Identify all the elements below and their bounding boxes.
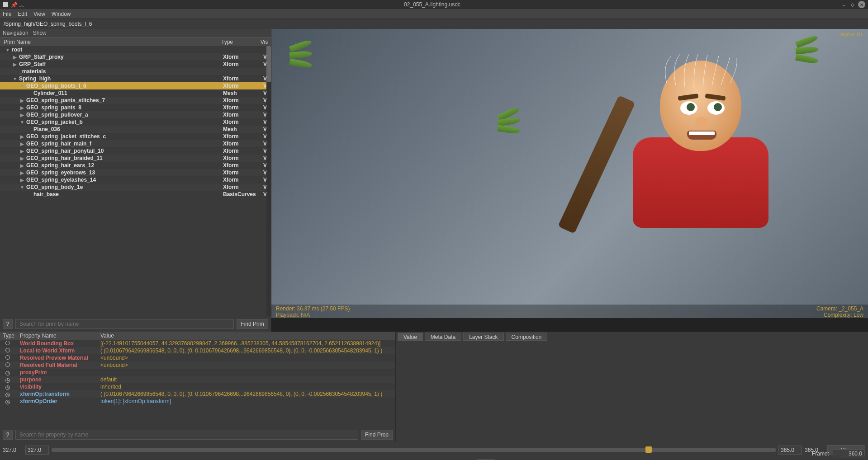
tree-row[interactable]: _materials [0, 68, 271, 75]
prop-row[interactable]: AxformOpOrdertoken[1]: [xformOp:transfor… [0, 398, 395, 405]
expand-arrow-icon[interactable]: ▶ [20, 105, 24, 110]
expand-arrow-icon[interactable]: ▶ [20, 134, 24, 139]
prim-type-label: Xform [223, 133, 259, 140]
col-type[interactable]: Type [221, 39, 257, 45]
prim-type-label: Mesh [223, 126, 259, 132]
prim-search-input[interactable] [15, 319, 234, 329]
prop-row[interactable]: Resolved Preview Material<unbound> [0, 354, 395, 361]
prop-value-label: default [99, 376, 395, 383]
tree-row[interactable]: ▶GEO_spring_hair_braided_11XformV [0, 155, 271, 162]
tree-scrollbar[interactable] [266, 46, 271, 316]
col-prop-type[interactable]: Type [0, 333, 20, 339]
prim-type-label: Xform [223, 83, 259, 89]
prop-row[interactable]: World Bounding Box[(-22.149101755044057,… [0, 340, 395, 347]
tree-row[interactable]: Plane_036MeshV [0, 126, 271, 133]
tree-row[interactable]: ▶GEO_spring_eyebrows_13XformV [0, 169, 271, 176]
prop-search-row: ? Find Prop [0, 427, 395, 442]
nav-navigation[interactable]: Navigation [3, 30, 28, 36]
expand-arrow-icon[interactable]: ▼ [13, 76, 17, 81]
prop-row[interactable]: AxformOp:transform( (0.01067964266985654… [0, 390, 395, 398]
prim-search-help[interactable]: ? [3, 319, 13, 329]
expand-arrow-icon[interactable]: ▶ [20, 149, 24, 154]
close-icon[interactable]: ✕ [858, 1, 865, 8]
range-end-input[interactable] [778, 446, 802, 455]
timeline-thumb[interactable] [645, 446, 652, 453]
prop-row[interactable]: Local to World Xform( (0.010679642669856… [0, 347, 395, 354]
prim-type-label: Xform [223, 162, 259, 169]
col-vis[interactable]: Vis [257, 39, 271, 45]
prop-search-help[interactable]: ? [3, 430, 13, 440]
tree-row[interactable]: ▶GEO_spring_hair_ears_12XformV [0, 162, 271, 169]
expand-arrow-icon[interactable]: ▶ [13, 62, 17, 67]
prim-type-label: Xform [223, 54, 259, 60]
prop-row[interactable]: Apurposedefault [0, 376, 395, 383]
col-prop-value[interactable]: Value [99, 333, 395, 339]
expand-arrow-icon[interactable]: ▶ [20, 113, 24, 117]
tree-row[interactable]: ▶GRP_Staff_proxyXformV [0, 53, 271, 61]
tree-row[interactable]: ▶GRP_StaffXformV [0, 61, 271, 68]
tree-row[interactable]: hair_baseBasisCurvesV [0, 191, 271, 198]
tab-layerstack[interactable]: Layer Stack [463, 333, 503, 341]
tree-row[interactable]: ▼root [0, 46, 271, 53]
tree-row[interactable]: ▶GEO_spring_hair_main_fXformV [0, 140, 271, 147]
prop-row[interactable]: RproxyPrim [0, 369, 395, 376]
col-prim-name[interactable]: Prim Name [0, 39, 221, 45]
tab-composition[interactable]: Composition [506, 333, 548, 341]
expand-arrow-icon[interactable]: ▼ [20, 185, 24, 190]
pathbar[interactable]: /Spring_high/GEO_spring_boots_l_6 [0, 19, 868, 29]
prim-type-label: Xform [223, 169, 259, 176]
expand-arrow-icon[interactable]: ▼ [5, 47, 10, 52]
tree-row[interactable]: ▶GEO_spring_pants_8XformV [0, 104, 271, 111]
prop-name-label: xformOp:transform [20, 391, 99, 397]
prop-row[interactable]: Resolved Full Material<unbound> [0, 361, 395, 369]
maximize-icon[interactable]: ◇ [849, 1, 856, 8]
expand-arrow-icon[interactable]: ▶ [20, 163, 24, 168]
nav-show[interactable]: Show [33, 30, 47, 36]
timeline-track[interactable] [52, 448, 776, 452]
scroll-thumb[interactable] [266, 46, 271, 82]
tab-metadata[interactable]: Meta Data [425, 333, 461, 341]
col-prop-name[interactable]: Property Name [20, 333, 99, 339]
minimize-icon[interactable]: ⌄ [840, 1, 847, 8]
menu-edit[interactable]: Edit [18, 11, 27, 17]
tree-row[interactable]: ▼Spring_highXformV [0, 75, 271, 82]
tree-row[interactable]: ▼GEO_spring_boots_l_6XformV [0, 82, 271, 89]
prop-search-input[interactable] [15, 430, 358, 440]
tree-body[interactable]: ▼root▶GRP_Staff_proxyXformV▶GRP_StaffXfo… [0, 46, 271, 316]
menu-window[interactable]: Window [52, 11, 71, 17]
expand-arrow-icon[interactable]: ▶ [20, 178, 24, 183]
expand-arrow-icon[interactable]: ▶ [20, 141, 24, 146]
expand-arrow-icon[interactable]: ▶ [20, 156, 24, 161]
prim-type-label: Xform [223, 104, 259, 111]
viewport[interactable]: Hydra: GL [271, 29, 868, 318]
tree-row[interactable]: ▶GEO_spring_hair_ponytail_10XformV [0, 147, 271, 155]
prop-type-icon: A [0, 391, 20, 397]
expand-arrow-icon[interactable]: ▼ [20, 84, 24, 89]
prop-value-label: inherited [99, 384, 395, 390]
tree-row[interactable]: Cylinder_011MeshV [0, 89, 271, 97]
expand-arrow-icon[interactable]: ▶ [20, 170, 24, 175]
props-body[interactable]: World Bounding Box[(-22.149101755044057,… [0, 340, 395, 427]
prim-name-label: GEO_spring_hair_braided_11 [26, 155, 103, 161]
expand-arrow-icon[interactable]: ▼ [20, 120, 24, 125]
tree-row[interactable]: ▶GEO_spring_pullover_aXformV [0, 111, 271, 118]
tree-row[interactable]: ▶GEO_spring_eyelashes_14XformV [0, 176, 271, 183]
expand-arrow-icon[interactable]: ▶ [13, 55, 17, 60]
viewport-scene [606, 47, 796, 228]
find-prop-button[interactable]: Find Prop [361, 430, 393, 440]
menu-view[interactable]: View [33, 11, 45, 17]
expand-arrow-icon[interactable]: ▶ [20, 98, 24, 103]
range-start-input[interactable] [25, 446, 49, 455]
collapse-icon[interactable]: ︿ [19, 2, 24, 7]
prop-name-label: proxyPrim [20, 369, 99, 376]
find-prim-button[interactable]: Find Prim [237, 319, 268, 329]
tree-row[interactable]: ▼GEO_spring_body_1eXformV [0, 183, 271, 191]
frame-input[interactable] [833, 449, 864, 458]
tree-row[interactable]: ▶GEO_spring_jacket_stitches_cXformV [0, 133, 271, 140]
tab-value[interactable]: Value [398, 333, 423, 341]
pin-icon[interactable]: 📌 [11, 2, 16, 7]
menu-file[interactable]: File [3, 11, 11, 17]
tree-row[interactable]: ▶GEO_spring_pants_stitches_7XformV [0, 97, 271, 104]
prop-row[interactable]: Avisibilityinherited [0, 383, 395, 390]
tree-row[interactable]: ▼GEO_spring_jacket_bXformV [0, 118, 271, 126]
